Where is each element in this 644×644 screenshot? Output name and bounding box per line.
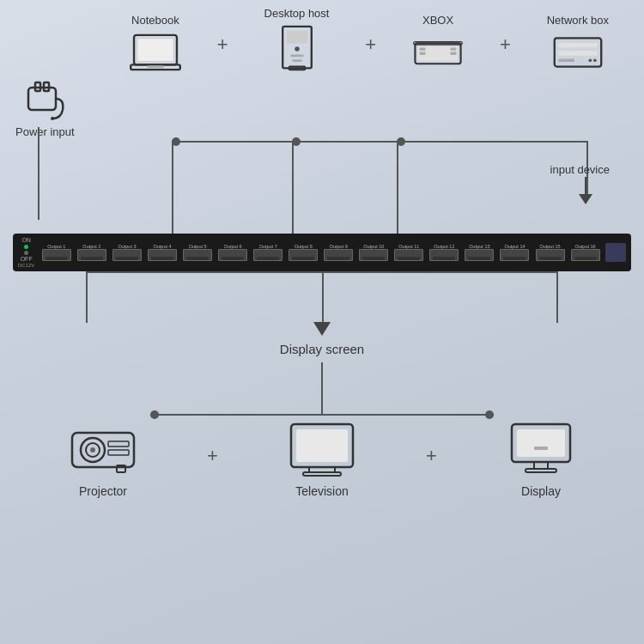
hdmi-port-12: Output 12 (428, 244, 461, 261)
svg-rect-15 (451, 52, 457, 55)
network-box-icon (552, 32, 604, 73)
top-drop-center-left (292, 142, 294, 234)
arrow-head (579, 194, 592, 204)
top-drop-center-right (397, 142, 398, 234)
svg-rect-3 (147, 65, 163, 68)
svg-rect-20 (558, 58, 574, 62)
svg-rect-14 (451, 47, 457, 50)
svg-rect-19 (558, 51, 597, 56)
network-box-label: Network box (547, 14, 609, 27)
desktop-group: Desktop host (264, 7, 330, 73)
svg-point-21 (588, 58, 592, 62)
hdmi-port-2: Output 2 (75, 244, 108, 261)
power-input-group: Power input (15, 76, 75, 138)
arrow-shaft (585, 177, 586, 194)
device-bar: ON OFF DC12V Output 1 Output 2 Output 3 … (13, 234, 631, 271)
desktop-icon (271, 25, 323, 73)
bottom-horizontal-line (150, 414, 494, 416)
hdmi-port-5: Output 5 (181, 244, 215, 261)
svg-rect-5 (286, 31, 307, 44)
notebook-icon (130, 32, 181, 73)
hdmi-port-9: Output 9 (322, 244, 355, 261)
svg-rect-43 (534, 447, 548, 450)
bar-on-label: ON (21, 237, 31, 244)
svg-rect-32 (108, 450, 129, 455)
top-drop-left (172, 142, 173, 234)
hdmi-port-13: Output 13 (463, 244, 496, 261)
notebook-group: Notebook (130, 14, 181, 73)
power-vertical-line (38, 127, 39, 220)
television-group: Television (288, 421, 356, 498)
display-icon (507, 421, 575, 479)
led-green (24, 245, 28, 249)
svg-rect-40 (517, 429, 565, 457)
arrow-triangle (313, 322, 331, 336)
display-label: Display (521, 484, 561, 498)
hdmi-port-15: Output 15 (533, 244, 567, 261)
network-box-group: Network box (547, 14, 609, 73)
top-devices-row: Notebook + Desktop host + XB (112, 0, 627, 73)
svg-rect-23 (28, 88, 56, 110)
projector-label: Projector (79, 484, 127, 498)
hdmi-port-4: Output 4 (145, 244, 179, 261)
television-label: Television (295, 484, 348, 498)
svg-rect-12 (420, 47, 426, 50)
television-icon (288, 421, 356, 479)
hdmi-port-16: Output 16 (568, 244, 602, 261)
hdmi-port-7: Output 7 (252, 244, 285, 261)
bar-right-button[interactable] (605, 243, 626, 262)
hdmi-port-14: Output 14 (498, 244, 532, 261)
display-group: Display (507, 421, 575, 498)
bottom-plus-2: + (426, 445, 437, 467)
svg-rect-31 (108, 441, 129, 447)
svg-point-26 (51, 117, 54, 120)
hdmi-port-1: Output 1 (39, 244, 73, 261)
bottom-devices-row: Projector + Television + Display (69, 421, 575, 498)
svg-rect-38 (303, 472, 341, 476)
led-off (24, 251, 28, 255)
xbox-group: XBOX (412, 14, 464, 73)
display-screen-label: Display screen (280, 342, 364, 356)
bottom-plus-1: + (207, 445, 218, 467)
svg-point-30 (90, 447, 95, 453)
svg-rect-36 (296, 429, 348, 462)
hdmi-port-10: Output 10 (357, 244, 391, 261)
plus-1: + (217, 33, 228, 61)
svg-rect-1 (137, 39, 173, 62)
svg-rect-8 (292, 59, 301, 62)
display-screen-arrow (313, 322, 331, 336)
power-icon (21, 76, 68, 122)
bracket-left (86, 271, 88, 323)
bar-voltage: DC12V (18, 263, 34, 268)
hdmi-port-8: Output 8 (287, 244, 320, 261)
power-label: Power input (15, 125, 75, 138)
bottom-dot-right (485, 410, 494, 419)
svg-point-22 (593, 58, 597, 62)
plus-3: + (500, 33, 511, 61)
projector-icon (69, 421, 137, 479)
display-vertical-line (321, 362, 323, 414)
svg-rect-7 (290, 55, 303, 58)
input-arrow (579, 177, 592, 204)
svg-point-6 (295, 46, 300, 52)
output-bracket (86, 271, 558, 323)
desktop-label: Desktop host (264, 7, 330, 20)
svg-rect-18 (558, 43, 597, 48)
bar-off-label: OFF (21, 256, 33, 263)
notebook-label: Notebook (131, 14, 179, 27)
svg-rect-42 (526, 469, 556, 472)
xbox-label: XBOX (422, 14, 453, 27)
projector-group: Projector (69, 421, 137, 498)
bottom-dot-left (150, 410, 159, 419)
top-horizontal-line (172, 141, 588, 143)
xbox-icon (412, 32, 464, 73)
hdmi-port-11: Output 11 (392, 244, 426, 261)
diagram: Notebook + Desktop host + XB (0, 0, 644, 644)
hdmi-port-3: Output 3 (110, 244, 143, 261)
bar-switch-dots (24, 245, 28, 255)
input-device-label: input device (550, 163, 610, 176)
plus-2: + (365, 33, 376, 61)
bracket-right (556, 271, 558, 323)
hdmi-port-6: Output 6 (216, 244, 250, 261)
bar-left-controls: ON OFF DC12V (18, 237, 34, 268)
